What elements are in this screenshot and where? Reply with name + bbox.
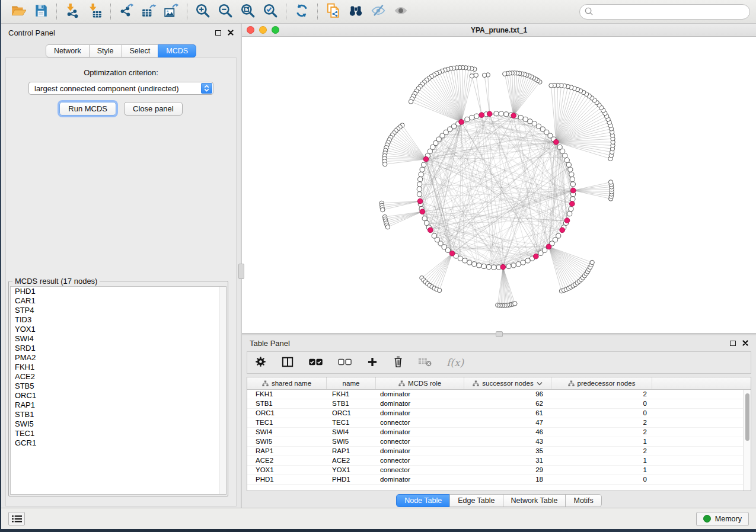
network-node[interactable] — [525, 258, 530, 263]
close-panel-icon[interactable] — [228, 28, 234, 37]
function-builder-icon[interactable]: f(x) — [446, 357, 464, 368]
network-node[interactable] — [437, 288, 441, 292]
hide-selected-button[interactable] — [367, 2, 390, 21]
network-node[interactable] — [467, 260, 472, 265]
mcds-result-item[interactable]: ACE2 — [11, 372, 226, 382]
network-node[interactable] — [385, 225, 390, 229]
mcds-result-item[interactable]: SWI5 — [11, 419, 226, 429]
search-input[interactable] — [579, 4, 750, 20]
table-row[interactable]: ACE2ACE2connector311 — [247, 456, 751, 466]
network-node[interactable] — [549, 84, 553, 88]
network-node[interactable] — [563, 153, 567, 158]
table-row[interactable]: SWI4SWI4dominator462 — [247, 428, 751, 437]
network-node[interactable] — [568, 167, 573, 172]
tab-select[interactable]: Select — [122, 44, 159, 57]
network-node[interactable] — [564, 158, 569, 162]
export-image-button[interactable] — [160, 2, 183, 21]
network-node[interactable] — [504, 112, 509, 117]
network-node[interactable] — [417, 192, 422, 197]
memory-button[interactable]: Memory — [696, 512, 749, 526]
network-node[interactable] — [560, 149, 565, 153]
delete-column-icon[interactable] — [393, 355, 404, 370]
network-node[interactable] — [422, 216, 427, 221]
network-node[interactable] — [570, 182, 575, 187]
import-table-button[interactable] — [84, 2, 106, 21]
network-node[interactable] — [569, 172, 574, 177]
table-row[interactable]: PHD1PHD1dominator180 — [247, 475, 751, 485]
zoom-fit-button[interactable] — [237, 2, 259, 21]
network-node[interactable] — [409, 100, 413, 104]
network-node[interactable] — [470, 74, 474, 78]
network-node[interactable] — [503, 72, 507, 76]
select-all-icon[interactable] — [308, 357, 323, 368]
dominator-node[interactable] — [546, 244, 551, 249]
network-node[interactable] — [382, 162, 387, 166]
delete-table-icon[interactable] — [418, 357, 432, 368]
tab-node-table[interactable]: Node Table — [396, 494, 450, 507]
dominator-node[interactable] — [428, 227, 433, 233]
dominator-node[interactable] — [560, 227, 565, 233]
network-node[interactable] — [494, 111, 499, 116]
network-node[interactable] — [451, 124, 456, 129]
network-node[interactable] — [482, 73, 486, 77]
zoom-out-button[interactable] — [214, 2, 237, 21]
column-header-shared-name[interactable]: shared name — [247, 377, 327, 389]
dominator-node[interactable] — [564, 218, 570, 223]
network-node[interactable] — [518, 115, 523, 120]
table-row[interactable]: FKH1FKH1dominator962 — [247, 390, 751, 399]
mcds-result-item[interactable]: SRD1 — [11, 344, 226, 353]
mcds-result-item[interactable]: FKH1 — [11, 363, 226, 372]
import-network-button[interactable] — [61, 2, 84, 21]
mcds-result-item[interactable]: SWI4 — [11, 334, 226, 344]
network-node[interactable] — [570, 197, 575, 201]
table-row[interactable]: TEC1TEC1connector472 — [247, 418, 751, 428]
network-node[interactable] — [418, 177, 423, 182]
network-canvas[interactable] — [242, 37, 756, 333]
table-row[interactable]: RAP1RAP1dominator352 — [247, 447, 751, 456]
mcds-result-item[interactable]: ORC1 — [11, 391, 226, 400]
network-node[interactable] — [528, 119, 532, 124]
close-panel-button[interactable]: Close panel — [124, 102, 183, 116]
network-node[interactable] — [422, 162, 426, 167]
tab-style[interactable]: Style — [89, 44, 122, 57]
network-node[interactable] — [417, 187, 422, 191]
dominator-node[interactable] — [500, 264, 506, 270]
column-header-predecessor-nodes[interactable]: predecessor nodes — [551, 377, 652, 389]
tab-edge-table[interactable]: Edge Table — [449, 494, 503, 507]
dominator-node[interactable] — [449, 251, 455, 256]
network-node[interactable] — [462, 258, 467, 263]
network-node[interactable] — [523, 117, 528, 121]
mcds-result-item[interactable]: PMA2 — [11, 353, 226, 363]
network-node[interactable] — [499, 111, 503, 116]
network-node[interactable] — [381, 207, 385, 211]
mcds-result-item[interactable]: STB5 — [11, 382, 226, 391]
network-node[interactable] — [511, 263, 516, 268]
network-node[interactable] — [474, 114, 479, 118]
add-column-icon[interactable] — [366, 356, 378, 370]
splitter-handle[interactable] — [238, 264, 244, 279]
vertical-splitter[interactable] — [241, 24, 242, 508]
network-node[interactable] — [417, 182, 422, 187]
apply-layout-button[interactable] — [291, 2, 313, 21]
network-node[interactable] — [477, 263, 481, 268]
clone-network-button[interactable] — [322, 2, 344, 21]
network-node[interactable] — [424, 220, 429, 225]
network-node[interactable] — [420, 167, 425, 172]
mcds-result-item[interactable]: TEC1 — [11, 429, 226, 438]
tab-network-table[interactable]: Network Table — [503, 494, 566, 507]
network-node[interactable] — [590, 260, 594, 264]
network-node[interactable] — [570, 177, 575, 182]
dominator-node[interactable] — [459, 119, 464, 124]
zoom-in-button[interactable] — [192, 2, 214, 21]
network-node[interactable] — [538, 251, 543, 255]
network-node[interactable] — [513, 302, 517, 306]
column-header-name[interactable]: name — [327, 377, 376, 389]
float-panel-icon[interactable] — [215, 30, 221, 36]
zoom-selected-button[interactable] — [259, 2, 282, 21]
show-column-pane-icon[interactable] — [281, 356, 294, 370]
task-history-button[interactable] — [8, 512, 25, 525]
column-header-successor-nodes[interactable]: successor nodes — [464, 377, 551, 389]
float-panel-icon[interactable] — [730, 341, 736, 346]
network-node[interactable] — [486, 265, 491, 270]
export-network-button[interactable] — [115, 2, 138, 21]
